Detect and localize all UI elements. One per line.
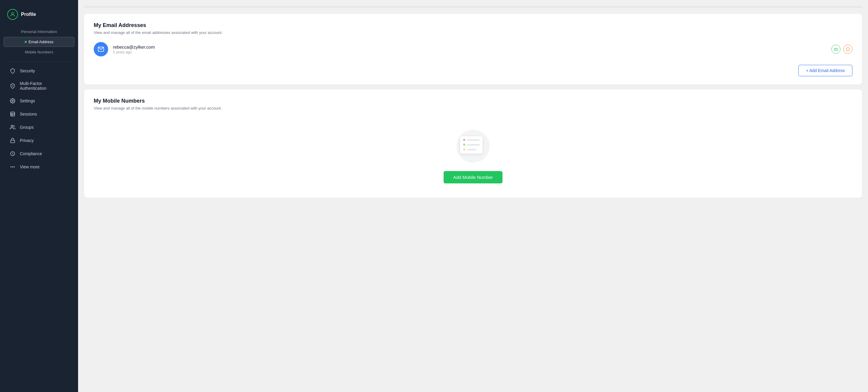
svg-point-10	[12, 167, 13, 167]
sidebar-item-compliance[interactable]: Compliance	[2, 147, 76, 160]
bar-2	[467, 144, 479, 145]
add-mobile-button[interactable]: Add Mobile Number	[444, 171, 503, 184]
groups-icon	[10, 124, 16, 130]
email-time-ago: 5 years ago	[113, 50, 827, 54]
profile-header[interactable]: Profile	[0, 6, 78, 27]
mobile-numbers-card: My Mobile Numbers View and manage all of…	[84, 90, 862, 198]
svg-point-6	[11, 125, 13, 127]
crown-badge	[831, 45, 840, 54]
illustration-row-3	[463, 148, 479, 151]
svg-point-1	[12, 100, 13, 102]
compliance-icon	[10, 151, 16, 157]
sidebar-item-mobile-numbers[interactable]: Mobile Numbers	[4, 47, 74, 57]
mobile-card-title: My Mobile Numbers	[94, 98, 852, 104]
shield-badge	[843, 45, 852, 54]
sidebar-item-groups-label: Groups	[20, 125, 34, 130]
profile-sub-nav: Personal Information Email Address Mobil…	[0, 27, 78, 57]
email-avatar	[94, 42, 108, 57]
mobile-empty-area: Add Mobile Number	[94, 118, 852, 189]
email-info: rebecca@zylker.com 5 years ago	[113, 44, 827, 54]
dots-icon	[10, 164, 16, 170]
illustration-card	[460, 136, 483, 154]
sidebar-item-groups[interactable]: Groups	[2, 121, 76, 134]
empty-illustration	[454, 130, 493, 163]
email-card-title: My Email Addresses	[94, 22, 852, 29]
lock-icon	[10, 137, 16, 143]
mobile-card-subtitle: View and manage all of the mobile number…	[94, 106, 852, 110]
profile-avatar	[7, 9, 18, 20]
sidebar-item-view-more-label: View more	[20, 164, 40, 169]
bar-3	[467, 149, 476, 151]
svg-point-9	[11, 167, 11, 167]
bar-1	[467, 139, 479, 141]
illustration-row-1	[463, 139, 479, 141]
profile-title: Profile	[21, 12, 36, 17]
svg-point-11	[14, 167, 15, 167]
dot-green	[463, 143, 465, 146]
sidebar-item-sessions-label: Sessions	[20, 112, 37, 117]
shield-icon	[10, 68, 16, 74]
shield-check-icon	[10, 83, 16, 89]
email-badges	[831, 45, 852, 54]
top-bar	[84, 6, 862, 8]
sidebar-item-personal-information[interactable]: Personal Information	[4, 27, 74, 36]
main-content: My Email Addresses View and manage all o…	[78, 0, 868, 392]
sidebar-item-settings[interactable]: Settings	[2, 94, 76, 107]
sidebar: Profile Personal Information Email Addre…	[0, 0, 78, 392]
sidebar-item-security-label: Security	[20, 68, 35, 73]
dot-red	[463, 139, 465, 141]
sidebar-item-privacy-label: Privacy	[20, 138, 34, 143]
sidebar-item-mfa[interactable]: Multi-Factor Authentication	[2, 77, 76, 94]
sidebar-divider	[7, 62, 71, 62]
sidebar-nav: Security Multi-Factor Authentication Set…	[0, 64, 78, 173]
svg-point-0	[12, 12, 14, 14]
sessions-icon	[10, 111, 16, 117]
sidebar-item-compliance-label: Compliance	[20, 151, 42, 156]
sidebar-item-email-address[interactable]: Email Address	[4, 37, 74, 47]
sidebar-item-settings-label: Settings	[20, 98, 35, 103]
email-address-text: rebecca@zylker.com	[113, 44, 827, 50]
sidebar-item-sessions[interactable]: Sessions	[2, 107, 76, 121]
dot-yellow	[463, 148, 466, 151]
active-indicator	[25, 41, 27, 43]
email-card-subtitle: View and manage all of the email address…	[94, 30, 852, 35]
email-row: rebecca@zylker.com 5 years ago	[94, 42, 852, 57]
svg-rect-2	[10, 112, 15, 116]
email-addresses-card: My Email Addresses View and manage all o…	[84, 14, 862, 85]
sidebar-item-privacy[interactable]: Privacy	[2, 134, 76, 147]
sidebar-item-security[interactable]: Security	[2, 64, 76, 77]
illustration-row-2	[463, 143, 479, 146]
svg-rect-7	[10, 140, 15, 142]
add-email-button[interactable]: + Add Email Address	[798, 65, 852, 76]
sidebar-item-view-more[interactable]: View more	[2, 160, 76, 173]
sidebar-item-mfa-label: Multi-Factor Authentication	[20, 81, 68, 91]
gear-icon	[10, 98, 16, 104]
